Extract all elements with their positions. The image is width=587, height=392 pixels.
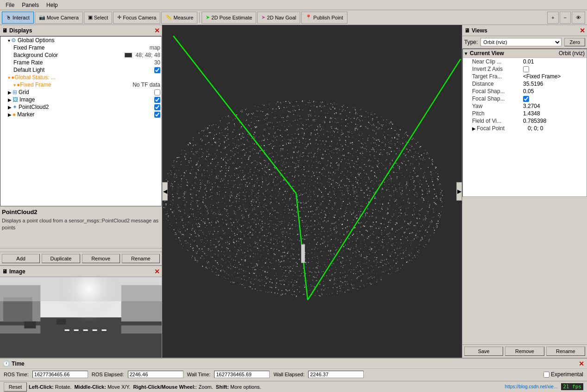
pointcloud2-item[interactable]: ▶ ✦ PointCloud2	[0, 103, 161, 111]
views-type-row: Type: Orbit (rviz) FPS (rviz) TopDownOrt…	[462, 36, 587, 49]
current-view-section[interactable]: ▾ Current View Orbit (rviz)	[463, 49, 587, 58]
publish-point-button[interactable]: 📍 Publish Point	[301, 12, 347, 24]
background-color-item[interactable]: Background Color 48; 48; 48	[0, 51, 161, 59]
marker-checkbox[interactable]	[154, 112, 160, 118]
monitor-icon: 🖥	[2, 27, 7, 34]
displays-panel: 🖥 Displays ✕ ▾ ⚙ Global Options Fixed Fr…	[0, 25, 162, 265]
options-toolbar-button[interactable]: 👁	[572, 12, 585, 24]
global-status-fixed-frame-item[interactable]: ▾ ● Fixed Frame No TF data	[0, 81, 161, 89]
pointcloud2-expand-icon: ▶	[8, 105, 12, 110]
focus-camera-button[interactable]: ✛ Focus Camera	[113, 12, 160, 24]
views-type-select[interactable]: Orbit (rviz) FPS (rviz) TopDownOrtho (rv…	[480, 38, 562, 46]
pose-estimate-button[interactable]: ➤ 2D Pose Estimate	[202, 12, 256, 24]
ros-elapsed-input[interactable]	[128, 371, 183, 378]
add-button[interactable]: Add	[2, 254, 40, 263]
ros-time-input[interactable]	[32, 371, 88, 378]
rename-button[interactable]: Rename	[122, 254, 160, 263]
marker-expand-icon: ▶	[8, 112, 12, 117]
measure-button[interactable]: 📏 Measure	[161, 12, 197, 24]
time-close-button[interactable]: ✕	[579, 360, 584, 367]
status-hint: Left-Click: Rotate. Middle-Click: Move X…	[29, 384, 503, 390]
focal-shape2-checkbox[interactable]	[523, 96, 529, 102]
views-title: 🖥 Views	[464, 27, 487, 34]
ros-elapsed-label: ROS Elapsed:	[92, 372, 124, 377]
image-display-item[interactable]: ▶ 🖼 Image	[0, 96, 161, 103]
invert-z-checkbox[interactable]	[523, 66, 529, 72]
main-area: 🖥 Displays ✕ ▾ ⚙ Global Options Fixed Fr…	[0, 25, 587, 358]
pointcloud2-checkbox[interactable]	[154, 104, 160, 110]
expand-status-arrow-icon: ▾	[8, 75, 10, 80]
pin-red-icon: 📍	[305, 14, 312, 20]
add-toolbar-button[interactable]: +	[547, 12, 558, 24]
global-options-item[interactable]: ▾ ⚙ Global Options	[0, 37, 161, 44]
views-close-button[interactable]: ✕	[580, 27, 585, 34]
grid-item[interactable]: ▶ ⊞ Grid	[0, 89, 161, 96]
status-fixed-frame-dot-icon: ●	[17, 82, 20, 88]
3d-viewport[interactable]: ◀ ▶	[162, 25, 462, 358]
hint-text: Left-Click: Rotate. Middle-Click: Move X…	[29, 384, 261, 390]
menu-panels[interactable]: Panels	[18, 1, 43, 9]
image-checkbox[interactable]	[154, 97, 160, 103]
displays-header: 🖥 Displays ✕	[0, 25, 162, 36]
pointcloud2-icon: ✦	[13, 104, 17, 110]
views-remove-button[interactable]: Remove	[505, 347, 544, 356]
views-zero-button[interactable]: Zero	[564, 38, 585, 46]
status-dot-icon: ●	[11, 74, 14, 81]
image-icon: 🖼	[13, 96, 18, 103]
views-spacer	[462, 197, 587, 344]
marker-icon: ●	[13, 111, 16, 118]
marker-item[interactable]: ▶ ● Marker	[0, 111, 161, 118]
move-camera-button[interactable]: 📷 Move Camera	[35, 12, 83, 24]
remove-toolbar-button[interactable]: −	[560, 12, 571, 24]
reset-button[interactable]: Reset	[4, 382, 27, 392]
collapse-left-arrow[interactable]: ◀	[162, 182, 168, 201]
views-buttons: Save Remove Rename	[462, 344, 587, 358]
fixed-frame-item[interactable]: Fixed Frame map	[0, 44, 161, 51]
displays-close-button[interactable]: ✕	[154, 27, 160, 34]
views-save-button[interactable]: Save	[464, 347, 503, 356]
time-title: 🕐 Time	[3, 360, 25, 367]
ruler-icon: 📏	[165, 14, 172, 20]
toolbar-separator	[199, 13, 200, 23]
menu-bar: File Panels Help	[0, 0, 587, 10]
ros-time-label: ROS Time:	[4, 372, 29, 377]
description-title: PointCloud2	[2, 209, 160, 215]
menu-help[interactable]: Help	[43, 1, 62, 9]
views-rename-button[interactable]: Rename	[546, 347, 585, 356]
duplicate-button[interactable]: Duplicate	[42, 254, 80, 263]
default-light-checkbox[interactable]	[154, 67, 160, 73]
toolbar: 🖱 Interact 📷 Move Camera ▣ Select ✛ Focu…	[0, 10, 587, 25]
nav-goal-button[interactable]: ➤ 2D Nav Goal	[257, 12, 300, 24]
camera-icon: 📷	[39, 14, 45, 20]
views-icon: 🖥	[464, 27, 470, 34]
grid-checkbox[interactable]	[154, 89, 160, 95]
status-bar: Reset Left-Click: Rotate. Middle-Click: …	[0, 381, 587, 392]
left-panel: 🖥 Displays ✕ ▾ ⚙ Global Options Fixed Fr…	[0, 25, 162, 358]
global-status-item[interactable]: ▾ ● Global Status: ...	[0, 74, 161, 81]
cursor-icon: 🖱	[6, 15, 11, 20]
select-button[interactable]: ▣ Select	[84, 12, 113, 24]
time-fields: ROS Time: ROS Elapsed: Wall Time: Wall E…	[0, 369, 587, 380]
experimental-checkbox[interactable]	[543, 372, 549, 378]
current-view-type: Orbit (rviz)	[559, 50, 585, 57]
remove-button[interactable]: Remove	[82, 254, 120, 263]
menu-file[interactable]: File	[2, 1, 18, 9]
time-panel: 🕐 Time ✕ ROS Time: ROS Elapsed: Wall Tim…	[0, 358, 587, 381]
interact-button[interactable]: 🖱 Interact	[2, 12, 34, 24]
status-link[interactable]: https://blog.csdn.net/xie...	[505, 384, 557, 389]
displays-tree: ▾ ⚙ Global Options Fixed Frame map Backg…	[0, 36, 162, 206]
frame-rate-item[interactable]: Frame Rate 30	[0, 59, 161, 66]
image-subpanel: 🖥 Image ✕	[0, 265, 162, 358]
image-panel-close-button[interactable]: ✕	[154, 268, 160, 275]
panel-buttons-row: Add Duplicate Remove Rename	[0, 252, 162, 265]
collapse-right-arrow[interactable]: ▶	[456, 182, 462, 201]
wall-time-input[interactable]	[214, 371, 270, 378]
description-box: PointCloud2 Displays a point cloud from …	[0, 206, 162, 248]
description-text: Displays a point cloud from a sensor_msg…	[2, 217, 160, 232]
pitch-row: Pitch 1.4348	[463, 110, 587, 117]
wall-elapsed-input[interactable]	[308, 371, 364, 378]
status-right: https://blog.csdn.net/xie... 21 fps	[505, 383, 583, 390]
image-expand-icon: ▶	[8, 97, 12, 102]
default-light-item[interactable]: Default Light	[0, 66, 161, 74]
gear-icon: ⚙	[11, 37, 16, 44]
